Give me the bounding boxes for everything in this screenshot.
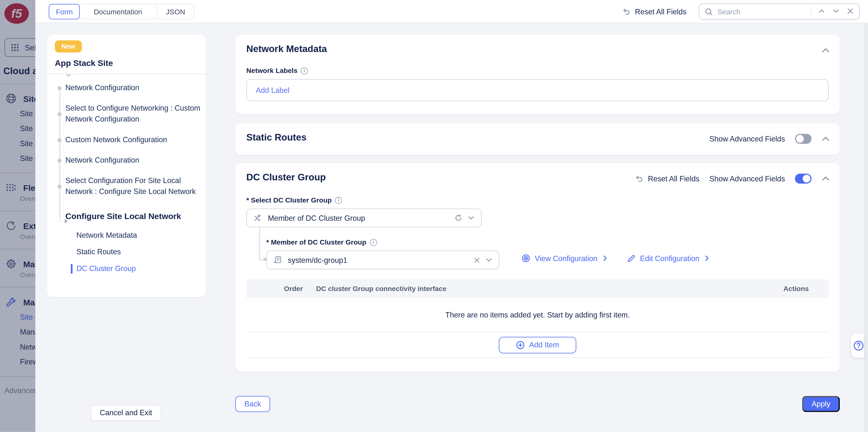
new-badge: New <box>55 40 82 53</box>
table-header-row: Order DC cluster Group connectivity inte… <box>246 279 829 298</box>
section-dc-cluster-group: DC Cluster Group Reset All Fields Show A… <box>235 163 840 372</box>
network-labels-input[interactable]: Add Label <box>246 79 829 101</box>
clear-icon[interactable] <box>474 257 480 263</box>
undo-icon <box>622 7 630 16</box>
section-static-routes: Static Routes Show Advanced Fields <box>235 123 840 155</box>
reset-all-fields-label: Reset All Fields <box>648 174 700 183</box>
wizard-steps: Network Configuration Select to Configur… <box>47 79 203 279</box>
topbar: Form Documentation JSON Reset All Fields <box>35 0 868 23</box>
view-configuration-link[interactable]: View Configuration <box>522 254 608 263</box>
wizard-step[interactable]: Network Configuration <box>47 155 203 166</box>
apply-button[interactable]: Apply <box>802 396 840 412</box>
chevron-down-icon[interactable] <box>486 257 492 263</box>
chevron-right-icon <box>704 255 710 262</box>
view-icon <box>522 254 530 263</box>
wizard-title: App Stack Site <box>55 58 113 68</box>
section-title: DC Cluster Group <box>246 172 326 183</box>
section-network-metadata: Network Metadata Network Labels i Add La… <box>235 35 840 114</box>
section-title: Static Routes <box>246 132 306 143</box>
plus-circle-icon <box>516 340 525 349</box>
tab-json[interactable]: JSON <box>156 4 194 19</box>
wizard-step[interactable]: Select Configuration For Site Local Netw… <box>47 175 203 197</box>
info-icon[interactable]: i <box>370 239 377 246</box>
select-dc-cluster-group-value: Member of DC Cluster Group <box>268 214 449 222</box>
sidebar-dim-overlay <box>0 0 35 432</box>
wizard-step[interactable]: Network Configuration <box>47 82 203 93</box>
wizard-step[interactable]: Select to Configure Networking : Custom … <box>47 103 203 125</box>
search-prev-icon[interactable] <box>818 7 825 16</box>
show-advanced-fields-toggle[interactable] <box>795 134 811 144</box>
column-header-interface: DC cluster Group connectivity interface <box>316 285 446 293</box>
search-icon <box>705 7 713 16</box>
info-icon[interactable]: i <box>335 197 342 204</box>
help-button[interactable] <box>851 334 864 358</box>
member-dc-cluster-group-value: system/dc-group1 <box>288 256 468 264</box>
chevron-right-icon <box>602 255 608 262</box>
table-empty-state: There are no items added yet. Start by a… <box>246 298 829 332</box>
view-tabs: Form Documentation JSON <box>49 4 194 20</box>
column-header-actions: Actions <box>783 285 809 293</box>
edit-configuration-link[interactable]: Edit Configuration <box>627 254 711 262</box>
section-title: Network Metadata <box>246 44 327 55</box>
wizard-substep-active[interactable]: DC Cluster Group <box>47 263 203 274</box>
collapse-section-icon[interactable] <box>822 46 830 55</box>
column-header-order: Order <box>284 285 303 293</box>
back-button[interactable]: Back <box>235 396 270 412</box>
info-icon[interactable]: i <box>301 67 308 74</box>
show-advanced-fields-label: Show Advanced Fields <box>709 135 785 143</box>
app-sidebar: f5 Sele Cloud a <box>0 0 35 432</box>
collapse-section-icon[interactable] <box>822 174 830 183</box>
select-dc-cluster-group-dropdown[interactable]: Member of DC Cluster Group <box>246 208 482 227</box>
dc-cluster-items-table: Order DC cluster Group connectivity inte… <box>246 279 829 358</box>
search-next-icon[interactable] <box>833 7 839 16</box>
branch-icon <box>254 213 262 222</box>
refresh-icon[interactable] <box>455 214 462 222</box>
tab-documentation[interactable]: Documentation <box>79 4 156 19</box>
wizard-current-step[interactable]: Configure Site Local Network <box>47 211 203 222</box>
select-dc-cluster-group-label: * Select DC Cluster Group <box>246 196 332 204</box>
add-item-button[interactable]: Add Item <box>499 336 576 353</box>
collapse-chevron-icon[interactable] <box>64 70 73 80</box>
reset-all-fields-button[interactable]: Reset All Fields <box>634 174 700 183</box>
wizard-step[interactable]: Custom Network Configuration <box>47 134 203 145</box>
search-input[interactable] <box>717 7 806 16</box>
add-label-placeholder[interactable]: Add Label <box>256 86 289 94</box>
scrollbar-track[interactable] <box>864 23 868 432</box>
tab-form[interactable]: Form <box>49 4 80 20</box>
wizard-nav-panel: New App Stack Site Network Configuration… <box>47 35 206 297</box>
table-add-row: Add Item <box>246 332 829 358</box>
search-close-icon[interactable] <box>847 7 854 16</box>
cancel-and-exit-button[interactable]: Cancel and Exit <box>91 405 161 421</box>
network-labels-label: Network Labels <box>246 67 297 75</box>
reset-all-fields-button[interactable]: Reset All Fields <box>622 7 686 16</box>
wizard-substep[interactable]: Static Routes <box>47 246 203 258</box>
member-dc-cluster-group-label: * Member of DC Cluster Group <box>266 238 366 246</box>
show-advanced-fields-toggle[interactable] <box>795 174 811 184</box>
edit-icon <box>627 254 636 262</box>
collapse-section-icon[interactable] <box>822 135 830 143</box>
show-advanced-fields-label: Show Advanced Fields <box>709 174 785 183</box>
app-root: f5 Sele Cloud a <box>0 0 868 432</box>
member-dc-cluster-group-dropdown[interactable]: system/dc-group1 <box>266 251 499 269</box>
field-connector <box>259 227 260 260</box>
wizard-substep[interactable]: Network Metadata <box>47 230 203 241</box>
content-area: New App Stack Site Network Configuration… <box>35 23 868 432</box>
search-box[interactable] <box>699 3 860 20</box>
undo-icon <box>634 174 643 183</box>
chevron-down-icon[interactable] <box>468 215 474 221</box>
reset-all-fields-label: Reset All Fields <box>635 7 686 16</box>
object-reference-icon <box>274 256 282 264</box>
view-configuration-label: View Configuration <box>535 254 597 262</box>
add-item-label: Add Item <box>529 341 559 349</box>
help-icon <box>853 340 864 351</box>
edit-configuration-label: Edit Configuration <box>640 254 700 262</box>
